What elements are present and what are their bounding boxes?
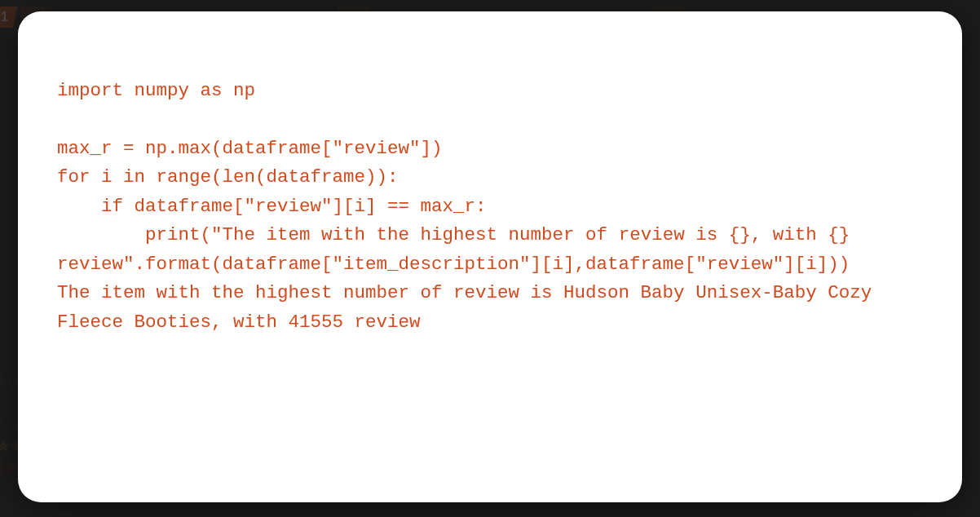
code-line: for i in range(len(dataframe)):: [57, 166, 399, 188]
code-line: import numpy as np: [57, 80, 255, 101]
code-cell-content: import numpy as np max_r = np.max(datafr…: [57, 47, 923, 366]
code-line: max_r = np.max(dataframe["review"]): [57, 138, 443, 159]
code-line: if dataframe["review"][i] == max_r:: [57, 196, 487, 217]
blank-line: [57, 105, 923, 135]
code-line: print("The item with the highest number …: [57, 224, 861, 275]
notebook-cell-card: import numpy as np max_r = np.max(datafr…: [18, 11, 962, 502]
output-line: The item with the highest number of revi…: [57, 282, 883, 333]
rank-badge-1: #1: [0, 7, 18, 28]
page-background: #1 #2 #3 #4 AUTOMET Womens Casual Plaid …: [0, 0, 980, 517]
